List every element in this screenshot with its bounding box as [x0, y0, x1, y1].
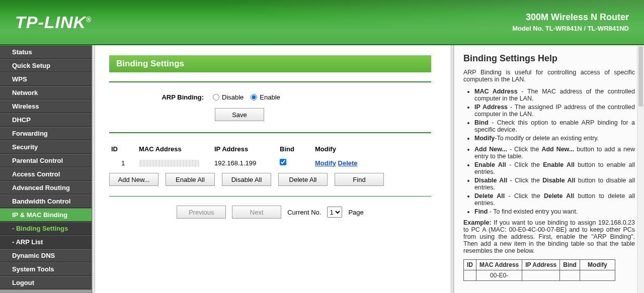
disable-all-button[interactable]: Disable All	[222, 173, 271, 186]
sidebar: Status Quick Setup WPS Network Wireless …	[0, 45, 92, 293]
sidebar-item-wireless[interactable]: Wireless	[0, 100, 92, 113]
binding-table: ID MAC Address IP Address Bind Modify 1 …	[109, 142, 431, 170]
sidebar-item-wps[interactable]: WPS	[0, 72, 92, 86]
table-row: 1 192.168.1.199 Modify Delete	[109, 156, 431, 170]
col-mac: MAC Address	[137, 142, 212, 156]
brand-logo: TP-LINK®	[15, 13, 92, 32]
page-scrollbar[interactable]	[637, 45, 644, 293]
main-content: Binding Settings ARP Binding: Disable En…	[95, 45, 451, 293]
sidebar-item-bandwidth-control[interactable]: Bandwidth Control	[0, 194, 92, 208]
help-panel: Binding Settings Help ARP Binding is use…	[454, 45, 644, 293]
col-id: ID	[109, 142, 137, 156]
current-no-label: Current No.	[287, 209, 321, 216]
sidebar-item-network[interactable]: Network	[0, 86, 92, 100]
arp-disable-radio[interactable]	[213, 94, 219, 101]
col-modify: Modify	[313, 142, 431, 156]
arp-enable-option[interactable]: Enable	[251, 93, 280, 101]
help-buttons: Add New... - Click the Add New... button…	[463, 146, 635, 215]
mac-redacted	[139, 160, 199, 167]
help-def: MAC Address - The MAC address of the con…	[474, 88, 635, 102]
add-new-button[interactable]: Add New...	[109, 173, 158, 186]
sidebar-item-dynamic-dns[interactable]: Dynamic DNS	[0, 249, 92, 262]
page-label: Page	[348, 209, 363, 216]
arp-disable-option[interactable]: Disable	[213, 93, 244, 101]
delete-link[interactable]: Delete	[338, 159, 358, 167]
sidebar-item-security[interactable]: Security	[0, 140, 92, 154]
sidebar-item-advanced-routing[interactable]: Advanced Routing	[0, 181, 92, 194]
bind-checkbox[interactable]	[280, 159, 286, 165]
sidebar-item-access-control[interactable]: Access Control	[0, 167, 92, 181]
sidebar-item-forwarding[interactable]: Forwarding	[0, 127, 92, 140]
help-btn: Disable All - Click the Disable All butt…	[474, 177, 635, 191]
help-btn: Add New... - Click the Add New... button…	[474, 146, 635, 160]
page-select[interactable]: 1	[327, 207, 342, 218]
find-button[interactable]: Find	[335, 173, 384, 186]
sidebar-item-system-tools[interactable]: System Tools	[0, 262, 92, 276]
sidebar-subitem-binding-settings[interactable]: - Binding Settings	[0, 222, 92, 235]
action-row: Add New... Enable All Disable All Delete…	[109, 173, 431, 186]
model-number: Model No. TL-WR841N / TL-WR841ND	[512, 25, 629, 32]
page-title: Binding Settings	[109, 55, 431, 72]
help-def: Modify-To modify or delete an existing e…	[474, 135, 635, 142]
enable-all-button[interactable]: Enable All	[166, 173, 215, 186]
modify-link[interactable]: Modify	[315, 159, 336, 167]
delete-all-button[interactable]: Delete All	[278, 173, 328, 186]
cell-modify: Modify Delete	[313, 156, 431, 170]
next-button[interactable]: Next	[232, 206, 281, 219]
sidebar-item-ip-mac-binding[interactable]: IP & MAC Binding	[0, 208, 92, 222]
cell-ip: 192.168.1.199	[212, 156, 278, 170]
cell-mac	[137, 156, 212, 170]
header: TP-LINK® 300M Wireless N Router Model No…	[0, 0, 644, 45]
help-example: Example: If you want to use binding to a…	[463, 219, 635, 254]
cell-bind	[278, 156, 313, 170]
sidebar-item-logout[interactable]: Logout	[0, 276, 92, 289]
pager: Previous Next Current No. 1 Page	[109, 206, 431, 219]
help-example-table: ID MAC Address IP Address Bind Modify 00…	[463, 259, 615, 281]
col-bind: Bind	[278, 142, 313, 156]
save-button[interactable]: Save	[215, 108, 264, 121]
help-def: Bind - Check this option to enable ARP b…	[474, 119, 635, 133]
product-title: 300M Wireless N Router	[512, 12, 629, 23]
sidebar-item-parental-control[interactable]: Parental Control	[0, 154, 92, 167]
arp-enable-radio[interactable]	[251, 94, 257, 101]
sidebar-item-status[interactable]: Status	[0, 45, 92, 59]
help-def: IP Address - The assigned IP address of …	[474, 104, 635, 118]
help-btn: Delete All - Click the Delete All button…	[474, 192, 635, 207]
arp-binding-label: ARP Binding:	[148, 93, 204, 101]
header-right: 300M Wireless N Router Model No. TL-WR84…	[512, 12, 629, 32]
sidebar-subitem-arp-list[interactable]: - ARP List	[0, 235, 92, 249]
help-btn: Find - To find existed entry you want.	[474, 208, 635, 215]
help-intro: ARP Binding is useful for controlling ac…	[463, 69, 635, 83]
sidebar-item-quick-setup[interactable]: Quick Setup	[0, 59, 92, 72]
help-definitions: MAC Address - The MAC address of the con…	[463, 88, 635, 142]
cell-id: 1	[109, 156, 137, 170]
help-title: Binding Settings Help	[463, 53, 635, 64]
help-btn: Enable All - Click the Enable All button…	[474, 161, 635, 175]
sidebar-item-dhcp[interactable]: DHCP	[0, 113, 92, 127]
arp-binding-row: ARP Binding: Disable Enable	[109, 91, 431, 105]
col-ip: IP Address	[212, 142, 278, 156]
previous-button[interactable]: Previous	[177, 206, 226, 219]
